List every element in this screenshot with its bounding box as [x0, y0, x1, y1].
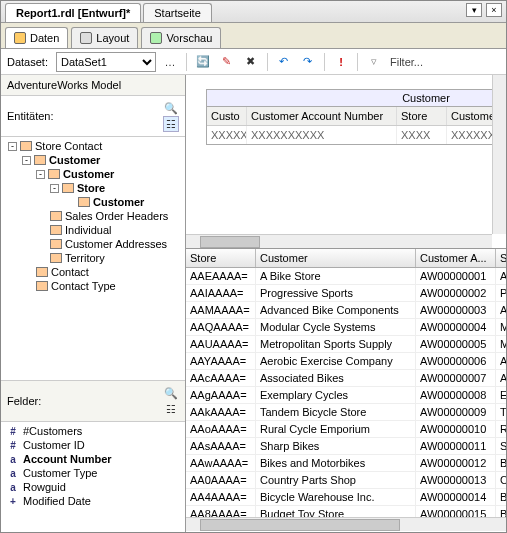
fields-label: Felder: [7, 395, 41, 407]
tree-node[interactable]: Customer [5, 195, 183, 209]
tree-label: Customer [93, 196, 144, 208]
properties-icon[interactable]: ☷ [163, 116, 179, 132]
table-cell: AW00000010 [416, 421, 496, 437]
field-item[interactable]: +Modified Date [7, 494, 179, 508]
horizontal-scrollbar[interactable] [186, 234, 492, 248]
tree-node[interactable]: Contact [5, 265, 183, 279]
field-type-icon: a [7, 468, 19, 479]
delete-button[interactable]: ✖ [241, 52, 261, 72]
mode-tabbar: Daten Layout Vorschau [1, 23, 506, 49]
tab-start[interactable]: Startseite [143, 3, 211, 22]
table-row[interactable]: AAIAAAA=Progressive SportsAW00000002Prog… [186, 285, 506, 302]
table-cell: AW00000014 [416, 489, 496, 505]
table-cell: AAcAAAA= [186, 370, 256, 386]
table-row[interactable]: AAYAAAA=Aerobic Exercise CompanyAW000000… [186, 353, 506, 370]
table-row[interactable]: AAsAAAA=Sharp BikesAW00000011Sharp Bikes [186, 438, 506, 455]
field-label: Rowguid [23, 481, 66, 493]
table-row[interactable]: AAgAAAA=Exemplary CyclesAW00000008Exempl… [186, 387, 506, 404]
column-header[interactable]: Customer A... [416, 249, 496, 267]
table-row[interactable]: AAMAAAA=Advanced Bike ComponentsAW000000… [186, 302, 506, 319]
expand-toggle[interactable]: - [36, 170, 45, 179]
tree-node[interactable]: Territory [5, 251, 183, 265]
table-cell: Aerobic Exercise Company [256, 353, 416, 369]
redo-button[interactable]: ↷ [298, 52, 318, 72]
expand-toggle[interactable]: - [22, 156, 31, 165]
tab-report[interactable]: Report1.rdl [Entwurf]* [5, 3, 141, 22]
field-item[interactable]: aRowguid [7, 480, 179, 494]
field-item[interactable]: aAccount Number [7, 452, 179, 466]
field-item[interactable]: aCustomer Type [7, 466, 179, 480]
tree-node[interactable]: Customer Addresses [5, 237, 183, 251]
column-header[interactable]: Store [186, 249, 256, 267]
table-cell: AAgAAAA= [186, 387, 256, 403]
refresh-button[interactable]: 🔄 [193, 52, 213, 72]
properties-icon[interactable]: ☷ [163, 401, 179, 417]
table-cell: AW00000011 [416, 438, 496, 454]
tab-preview[interactable]: Vorschau [141, 27, 221, 48]
close-icon[interactable]: × [486, 3, 502, 17]
table-cell: AW00000008 [416, 387, 496, 403]
tree-node[interactable]: -Store Contact [5, 139, 183, 153]
edit-button[interactable]: ✎ [217, 52, 237, 72]
expand-toggle[interactable]: - [50, 184, 59, 193]
table-row[interactable]: AAcAAAA=Associated BikesAW00000007Associ… [186, 370, 506, 387]
tab-data[interactable]: Daten [5, 27, 68, 48]
vertical-scrollbar[interactable] [492, 75, 506, 234]
field-label: #Customers [23, 425, 82, 437]
entity-icon [36, 281, 48, 291]
results-body[interactable]: AAEAAAA=A Bike StoreAW00000001A Bike Sto… [186, 268, 506, 517]
tree-node[interactable]: Individual [5, 223, 183, 237]
field-item[interactable]: ##Customers [7, 424, 179, 438]
results-grid[interactable]: StoreCustomerCustomer A...Store1 AAEAAAA… [186, 249, 506, 532]
table-row[interactable]: AAUAAAA=Metropolitan Sports SupplyAW0000… [186, 336, 506, 353]
search-icon[interactable]: 🔍 [163, 385, 179, 401]
table-row[interactable]: AA8AAAA=Budget Toy StoreAW00000015Budget… [186, 506, 506, 517]
table-cell: AA4AAAA= [186, 489, 256, 505]
tree-node[interactable]: Sales Order Headers [5, 209, 183, 223]
filter-icon[interactable]: ▿ [364, 52, 384, 72]
undo-button[interactable]: ↶ [274, 52, 294, 72]
column-header[interactable]: Store1 [496, 249, 506, 267]
tree-node[interactable]: -Store [5, 181, 183, 195]
dataset-toolbar: Dataset: DataSet1 … 🔄 ✎ ✖ ↶ ↷ ! ▿ Filter… [1, 49, 506, 75]
designer-col[interactable]: Custo [207, 107, 247, 125]
tree-node[interactable]: -Customer [5, 153, 183, 167]
table-row[interactable]: AAQAAAA=Modular Cycle SystemsAW00000004M… [186, 319, 506, 336]
tree-node[interactable]: -Customer [5, 167, 183, 181]
separator [324, 53, 325, 71]
table-row[interactable]: AAEAAAA=A Bike StoreAW00000001A Bike Sto… [186, 268, 506, 285]
data-icon [14, 32, 26, 44]
table-cell: AAYAAAA= [186, 353, 256, 369]
table-cell: AA8AAAA= [186, 506, 256, 517]
designer-col[interactable]: Customer Account Number [247, 107, 397, 125]
dataset-select[interactable]: DataSet1 [56, 52, 156, 72]
run-button[interactable]: ! [331, 52, 351, 72]
table-row[interactable]: AAkAAAA=Tandem Bicycle StoreAW00000009Ta… [186, 404, 506, 421]
table-cell: Tandem Bicycle Store [256, 404, 416, 420]
horizontal-scrollbar[interactable] [186, 517, 506, 531]
entity-tree[interactable]: -Store Contact-Customer-Customer-StoreCu… [1, 137, 185, 380]
browse-button[interactable]: … [160, 52, 180, 72]
table-cell: Associated Bikes [496, 370, 506, 386]
table-cell: AW00000015 [416, 506, 496, 517]
dropdown-icon[interactable]: ▾ [466, 3, 482, 17]
query-designer[interactable]: Customer CustoCustomer Account NumberSto… [186, 75, 506, 249]
table-row[interactable]: AA0AAAA=Country Parts ShopAW00000013Coun… [186, 472, 506, 489]
table-row[interactable]: AAwAAAA=Bikes and MotorbikesAW00000012Bi… [186, 455, 506, 472]
results-header[interactable]: StoreCustomerCustomer A...Store1 [186, 249, 506, 268]
scroll-thumb[interactable] [200, 519, 400, 531]
tab-layout[interactable]: Layout [71, 27, 138, 48]
column-header[interactable]: Customer [256, 249, 416, 267]
field-item[interactable]: #Customer ID [7, 438, 179, 452]
fields-list[interactable]: ##Customers#Customer IDaAccount NumberaC… [1, 422, 185, 532]
table-row[interactable]: AAoAAAA=Rural Cycle EmporiumAW00000010Ru… [186, 421, 506, 438]
table-row[interactable]: AA4AAAA=Bicycle Warehouse Inc.AW00000014… [186, 489, 506, 506]
designer-col[interactable]: Store [397, 107, 447, 125]
tree-node[interactable]: Contact Type [5, 279, 183, 293]
expand-toggle[interactable]: - [8, 142, 17, 151]
table-cell: Bicycle Wareho.. [496, 489, 506, 505]
scroll-thumb[interactable] [200, 236, 260, 248]
search-icon[interactable]: 🔍 [163, 100, 179, 116]
filter-label[interactable]: Filter... [390, 56, 423, 68]
table-cell: Country Parts Shop [256, 472, 416, 488]
